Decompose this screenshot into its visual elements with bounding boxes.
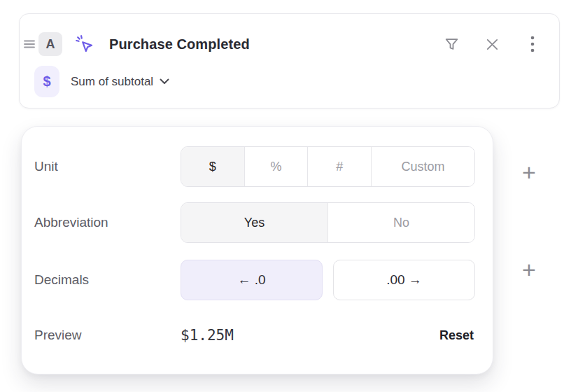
unit-option-percent[interactable]: %: [245, 147, 309, 186]
add-event-button[interactable]: +: [516, 160, 542, 185]
abbreviation-option-no[interactable]: No: [328, 203, 474, 242]
unit-label: Unit: [34, 146, 58, 187]
preview-value: $1.25M: [181, 317, 234, 354]
decimals-label: Decimals: [34, 260, 89, 300]
preview-label: Preview: [34, 317, 82, 354]
decimals-control: ← .0 .00 →: [181, 260, 475, 300]
dollar-metric-icon: $: [34, 66, 59, 97]
unit-option-dollar[interactable]: $: [181, 147, 245, 186]
unit-segmented-control: $ % # Custom: [181, 146, 475, 187]
event-card-header: A Purchase Completed: [24, 32, 250, 56]
chevron-down-icon: [160, 78, 169, 85]
add-segment-button[interactable]: +: [516, 257, 542, 282]
filter-icon[interactable]: [442, 34, 461, 54]
kebab-menu-icon[interactable]: [523, 34, 542, 54]
unit-option-custom[interactable]: Custom: [372, 147, 474, 186]
abbreviation-label: Abbreviation: [34, 202, 108, 243]
unit-option-number[interactable]: #: [308, 147, 372, 186]
increase-decimals-button[interactable]: .00 →: [333, 260, 475, 300]
unit-row: Unit $ % # Custom: [22, 146, 493, 187]
event-title: Purchase Completed: [109, 36, 250, 52]
decimals-row: Decimals ← .0 .00 →: [22, 260, 493, 300]
drag-handle-icon[interactable]: [24, 39, 35, 49]
event-card: A Purchase Completed: [19, 13, 560, 108]
close-icon[interactable]: [482, 34, 502, 54]
number-format-panel: Unit $ % # Custom Abbreviation Yes No De…: [21, 126, 493, 374]
event-card-actions: [442, 32, 542, 56]
abbreviation-row: Abbreviation Yes No: [22, 202, 493, 243]
decrease-decimals-button[interactable]: ← .0: [181, 260, 323, 300]
abbreviation-option-yes[interactable]: Yes: [181, 203, 328, 242]
metric-dropdown[interactable]: $ Sum of subtotal: [34, 66, 169, 97]
metric-label: Sum of subtotal: [71, 75, 153, 89]
abbreviation-segmented-control: Yes No: [181, 202, 475, 243]
event-position-badge: A: [38, 32, 62, 56]
preview-row: Preview $1.25M Reset: [22, 317, 493, 354]
reset-button[interactable]: Reset: [439, 317, 474, 354]
click-event-icon: [74, 34, 95, 55]
